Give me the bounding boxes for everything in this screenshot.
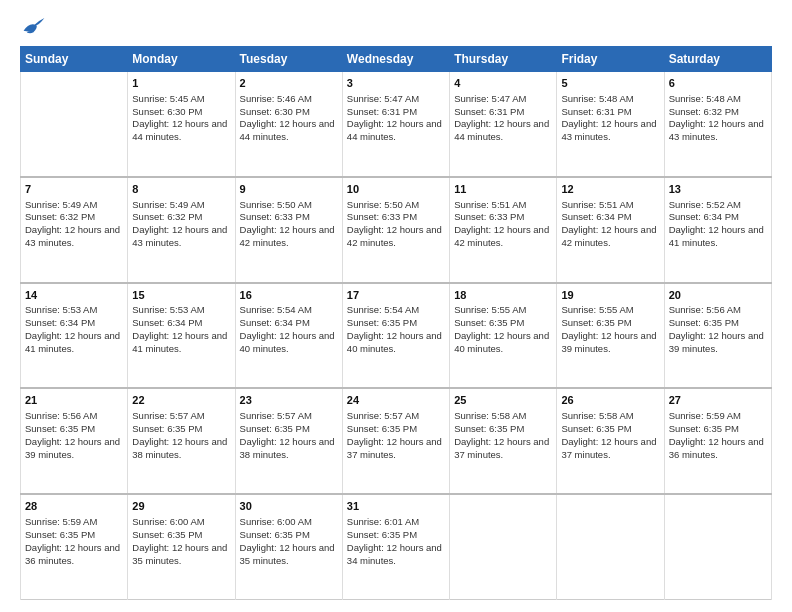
daylight-text: Daylight: 12 hours and 41 minutes. (132, 330, 230, 356)
day-header-monday: Monday (128, 47, 235, 72)
day-header-thursday: Thursday (450, 47, 557, 72)
sunset-text: Sunset: 6:35 PM (454, 423, 552, 436)
daylight-text: Daylight: 12 hours and 42 minutes. (240, 224, 338, 250)
logo-text (20, 16, 46, 36)
week-row-3: 21Sunrise: 5:56 AMSunset: 6:35 PMDayligh… (21, 388, 772, 494)
day-header-tuesday: Tuesday (235, 47, 342, 72)
day-number: 22 (132, 393, 230, 408)
daylight-text: Daylight: 12 hours and 42 minutes. (347, 224, 445, 250)
calendar-cell: 30Sunrise: 6:00 AMSunset: 6:35 PMDayligh… (235, 494, 342, 599)
day-number: 21 (25, 393, 123, 408)
sunset-text: Sunset: 6:33 PM (240, 211, 338, 224)
sunrise-text: Sunrise: 6:00 AM (132, 516, 230, 529)
calendar-cell: 10Sunrise: 5:50 AMSunset: 6:33 PMDayligh… (342, 177, 449, 283)
day-number: 27 (669, 393, 767, 408)
sunset-text: Sunset: 6:35 PM (240, 423, 338, 436)
sunset-text: Sunset: 6:30 PM (240, 106, 338, 119)
sunrise-text: Sunrise: 5:46 AM (240, 93, 338, 106)
day-number: 15 (132, 288, 230, 303)
daylight-text: Daylight: 12 hours and 44 minutes. (240, 118, 338, 144)
day-number: 24 (347, 393, 445, 408)
sunset-text: Sunset: 6:35 PM (669, 423, 767, 436)
day-number: 9 (240, 182, 338, 197)
calendar-cell: 23Sunrise: 5:57 AMSunset: 6:35 PMDayligh… (235, 388, 342, 494)
daylight-text: Daylight: 12 hours and 39 minutes. (561, 330, 659, 356)
daylight-text: Daylight: 12 hours and 36 minutes. (25, 542, 123, 568)
calendar-cell: 16Sunrise: 5:54 AMSunset: 6:34 PMDayligh… (235, 283, 342, 389)
sunset-text: Sunset: 6:35 PM (25, 529, 123, 542)
calendar-cell: 6Sunrise: 5:48 AMSunset: 6:32 PMDaylight… (664, 72, 771, 177)
sunset-text: Sunset: 6:34 PM (132, 317, 230, 330)
calendar-cell: 26Sunrise: 5:58 AMSunset: 6:35 PMDayligh… (557, 388, 664, 494)
sunset-text: Sunset: 6:31 PM (454, 106, 552, 119)
day-header-friday: Friday (557, 47, 664, 72)
calendar-cell: 25Sunrise: 5:58 AMSunset: 6:35 PMDayligh… (450, 388, 557, 494)
sunrise-text: Sunrise: 5:53 AM (25, 304, 123, 317)
daylight-text: Daylight: 12 hours and 44 minutes. (454, 118, 552, 144)
calendar-cell: 3Sunrise: 5:47 AMSunset: 6:31 PMDaylight… (342, 72, 449, 177)
sunset-text: Sunset: 6:35 PM (561, 317, 659, 330)
calendar-cell: 15Sunrise: 5:53 AMSunset: 6:34 PMDayligh… (128, 283, 235, 389)
calendar-cell: 29Sunrise: 6:00 AMSunset: 6:35 PMDayligh… (128, 494, 235, 599)
sunrise-text: Sunrise: 5:56 AM (25, 410, 123, 423)
logo-bird-icon (22, 16, 46, 36)
daylight-text: Daylight: 12 hours and 39 minutes. (669, 330, 767, 356)
calendar-cell: 2Sunrise: 5:46 AMSunset: 6:30 PMDaylight… (235, 72, 342, 177)
sunrise-text: Sunrise: 5:53 AM (132, 304, 230, 317)
calendar-cell: 27Sunrise: 5:59 AMSunset: 6:35 PMDayligh… (664, 388, 771, 494)
daylight-text: Daylight: 12 hours and 42 minutes. (561, 224, 659, 250)
calendar-cell: 9Sunrise: 5:50 AMSunset: 6:33 PMDaylight… (235, 177, 342, 283)
calendar-cell: 7Sunrise: 5:49 AMSunset: 6:32 PMDaylight… (21, 177, 128, 283)
day-number: 25 (454, 393, 552, 408)
sunrise-text: Sunrise: 5:57 AM (132, 410, 230, 423)
calendar-cell: 21Sunrise: 5:56 AMSunset: 6:35 PMDayligh… (21, 388, 128, 494)
day-number: 18 (454, 288, 552, 303)
sunset-text: Sunset: 6:35 PM (561, 423, 659, 436)
day-header-wednesday: Wednesday (342, 47, 449, 72)
sunset-text: Sunset: 6:33 PM (454, 211, 552, 224)
sunset-text: Sunset: 6:31 PM (561, 106, 659, 119)
daylight-text: Daylight: 12 hours and 40 minutes. (240, 330, 338, 356)
calendar-cell: 31Sunrise: 6:01 AMSunset: 6:35 PMDayligh… (342, 494, 449, 599)
sunrise-text: Sunrise: 5:49 AM (132, 199, 230, 212)
sunset-text: Sunset: 6:35 PM (347, 317, 445, 330)
sunrise-text: Sunrise: 5:54 AM (240, 304, 338, 317)
daylight-text: Daylight: 12 hours and 44 minutes. (347, 118, 445, 144)
daylight-text: Daylight: 12 hours and 39 minutes. (25, 436, 123, 462)
day-number: 7 (25, 182, 123, 197)
sunrise-text: Sunrise: 5:48 AM (561, 93, 659, 106)
day-number: 5 (561, 76, 659, 91)
sunrise-text: Sunrise: 5:55 AM (454, 304, 552, 317)
day-number: 8 (132, 182, 230, 197)
day-number: 17 (347, 288, 445, 303)
sunset-text: Sunset: 6:35 PM (25, 423, 123, 436)
sunrise-text: Sunrise: 5:51 AM (454, 199, 552, 212)
day-number: 6 (669, 76, 767, 91)
daylight-text: Daylight: 12 hours and 36 minutes. (669, 436, 767, 462)
week-row-0: 1Sunrise: 5:45 AMSunset: 6:30 PMDaylight… (21, 72, 772, 177)
calendar-cell: 20Sunrise: 5:56 AMSunset: 6:35 PMDayligh… (664, 283, 771, 389)
sunset-text: Sunset: 6:35 PM (240, 529, 338, 542)
daylight-text: Daylight: 12 hours and 41 minutes. (669, 224, 767, 250)
day-number: 28 (25, 499, 123, 514)
sunrise-text: Sunrise: 5:50 AM (347, 199, 445, 212)
day-number: 26 (561, 393, 659, 408)
calendar-cell (21, 72, 128, 177)
sunset-text: Sunset: 6:35 PM (669, 317, 767, 330)
page: SundayMondayTuesdayWednesdayThursdayFrid… (0, 0, 792, 612)
sunrise-text: Sunrise: 5:48 AM (669, 93, 767, 106)
logo (20, 16, 46, 36)
sunset-text: Sunset: 6:32 PM (669, 106, 767, 119)
sunset-text: Sunset: 6:30 PM (132, 106, 230, 119)
sunset-text: Sunset: 6:35 PM (132, 423, 230, 436)
sunset-text: Sunset: 6:34 PM (669, 211, 767, 224)
sunset-text: Sunset: 6:31 PM (347, 106, 445, 119)
daylight-text: Daylight: 12 hours and 44 minutes. (132, 118, 230, 144)
week-row-2: 14Sunrise: 5:53 AMSunset: 6:34 PMDayligh… (21, 283, 772, 389)
sunrise-text: Sunrise: 5:45 AM (132, 93, 230, 106)
sunset-text: Sunset: 6:35 PM (347, 423, 445, 436)
sunrise-text: Sunrise: 5:58 AM (454, 410, 552, 423)
sunset-text: Sunset: 6:35 PM (454, 317, 552, 330)
sunset-text: Sunset: 6:35 PM (132, 529, 230, 542)
calendar-cell: 1Sunrise: 5:45 AMSunset: 6:30 PMDaylight… (128, 72, 235, 177)
